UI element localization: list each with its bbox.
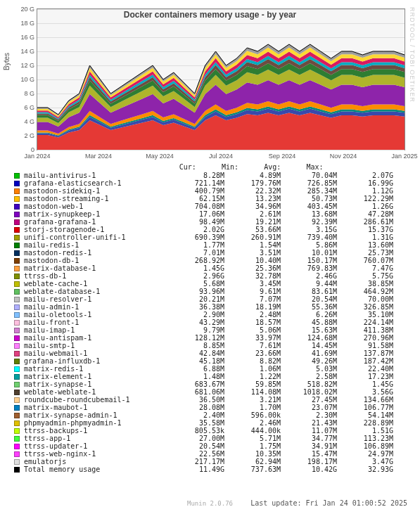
legend-row: mailu-imap-19.79M5.06M15.63M411.38M — [14, 326, 408, 334]
legend-row: ttrss-updater-120.54M1.75M34.91M106.89M — [14, 442, 408, 450]
legend-max: 47.28M — [337, 210, 393, 218]
legend-max: 1.51G — [337, 427, 393, 435]
legend-name: matrix-element-1 — [24, 373, 168, 380]
legend-swatch — [14, 428, 20, 434]
munin-chart-container: RRDTOOL / TOBI OETIKER Bytes Docker cont… — [0, 0, 420, 514]
legend-name: mastodon-sidekiq-1 — [24, 187, 168, 195]
legend-min: 18.19M — [224, 303, 281, 311]
legend-avg: 3.15G — [281, 226, 337, 233]
y-tick: 16 G — [16, 34, 34, 41]
legend-max: 270.96M — [337, 334, 393, 342]
legend-row: mastodon-sidekiq-1400.79M22.32M285.34M1.… — [14, 187, 408, 195]
chart-plot-area: 0 2 G4 G6 G8 G10 G12 G14 G16 G18 G20 G J… — [37, 8, 405, 150]
legend-name: mailu-webmail-1 — [24, 349, 168, 357]
legend-name: matrix-synapse-admin-1 — [24, 411, 168, 419]
legend-avg: 9.44M — [281, 280, 337, 288]
legend-avg: 6.26M — [281, 311, 337, 319]
legend-swatch — [14, 459, 20, 465]
y-tick: 6 G — [16, 104, 34, 111]
legend-name: mailu-antispam-1 — [24, 334, 168, 342]
legend-max: 411.38M — [337, 326, 393, 334]
legend-swatch — [14, 173, 20, 179]
legend-swatch — [14, 243, 20, 248]
legend-name: mailu-smtp-1 — [24, 342, 168, 349]
legend-cur: 217.17M — [168, 458, 224, 465]
rrdtool-watermark: RRDTOOL / TOBI OETIKER — [409, 7, 416, 103]
legend-swatch — [14, 266, 20, 271]
legend-row: emulatorjs217.17M62.94M198.17M3.47G — [14, 458, 408, 465]
legend-swatch — [14, 196, 20, 202]
legend-min: 32.78M — [224, 272, 281, 280]
legend-name: mailu-imap-1 — [24, 326, 168, 334]
legend-min: 737.63M — [224, 465, 281, 473]
legend-name: mailu-redis-1 — [24, 241, 168, 249]
legend-header: Cur: Min: Avg: Max: — [14, 163, 408, 171]
legend-min: 1.06M — [224, 365, 281, 373]
legend-max: 24.97M — [337, 450, 393, 458]
legend-min: 114.08M — [224, 388, 281, 396]
legend-avg: 15.47M — [281, 450, 337, 458]
legend-row: storj-storagenode-12.02G53.66M3.15G15.37… — [14, 226, 408, 233]
legend-name: emulatorjs — [24, 458, 168, 465]
legend-name: ttrss-web-nginx-1 — [24, 450, 168, 458]
legend-max: 106.77M — [337, 404, 393, 411]
legend-avg: 20.54M — [281, 295, 337, 303]
legend-swatch — [14, 397, 20, 403]
legend-row: matrix-redis-16.88M1.06M5.03M22.40M — [14, 365, 408, 373]
legend-max: 5.75G — [337, 272, 393, 280]
legend-name: matrix-synapse-1 — [24, 380, 168, 388]
legend-cur: 683.67M — [168, 380, 224, 388]
legend-row: mailu-antivirus-18.28M4.89M70.04M2.07G — [14, 172, 408, 179]
legend-min: 22.32M — [224, 187, 281, 195]
legend-cur: 400.79M — [168, 187, 224, 195]
legend-swatch — [14, 405, 20, 411]
legend-max: 187.42M — [337, 357, 393, 365]
x-tick: Jul 2024 — [209, 153, 233, 160]
legend-avg: 2.46G — [281, 272, 337, 280]
legend-swatch — [14, 304, 20, 310]
legend-row: mailu-oletools-12.90M2.48M6.26M35.10M — [14, 311, 408, 319]
legend-max: 137.87M — [337, 349, 393, 357]
legend-cur: 93.96M — [168, 288, 224, 295]
last-update: Last update: Fri Jan 24 01:00:52 2025 — [250, 499, 407, 507]
legend-avg: 49.26M — [281, 357, 337, 365]
legend-name: matrix-synupkeep-1 — [24, 210, 168, 218]
legend-min: 33.97M — [224, 334, 281, 342]
legend-name: mailu-front-1 — [24, 319, 168, 326]
x-tick: Mar 2024 — [85, 153, 112, 160]
legend-max: 16.99G — [337, 179, 393, 187]
legend-min: 25.36M — [224, 264, 281, 272]
legend-name: mailu-admin-1 — [24, 303, 168, 311]
legend-max: 70.00M — [337, 295, 393, 303]
legend-row: mailu-antispam-1128.12M33.97M124.68M270.… — [14, 334, 408, 342]
legend-row: mailu-resolver-120.21M7.07M20.54M70.00M — [14, 295, 408, 303]
legend-cur: 20.54M — [168, 442, 224, 450]
legend-swatch — [14, 258, 20, 264]
legend-min: 10.40M — [224, 257, 281, 264]
legend-avg: 11.07M — [281, 427, 337, 435]
legend-name: matrix-maubot-1 — [24, 404, 168, 411]
legend-swatch — [14, 467, 20, 473]
legend-avg: 5.03M — [281, 365, 337, 373]
legend-cur: 36.50M — [168, 396, 224, 404]
legend-max: 91.58M — [337, 342, 393, 349]
legend-avg: 10.01M — [281, 249, 337, 257]
legend-min: 4.89M — [224, 172, 281, 179]
legend-row: ttrss-db-12.96G32.78M2.46G5.75G — [14, 272, 408, 280]
legend-max: 122.29M — [337, 195, 393, 203]
y-axis-label: Bytes — [3, 53, 11, 70]
legend-swatch — [14, 320, 20, 326]
legend-row: mastodon-redis-17.01M3.51M10.01M25.73M — [14, 249, 408, 257]
legend-swatch — [14, 374, 20, 380]
legend-swatch — [14, 366, 20, 372]
legend-name: ttrss-updater-1 — [24, 442, 168, 450]
legend-max: 15.37G — [337, 226, 393, 233]
legend-swatch — [14, 343, 20, 349]
legend-min: 7.07M — [224, 295, 281, 303]
legend-max: 760.07M — [337, 257, 393, 264]
legend-avg: 14.45M — [281, 342, 337, 349]
legend-swatch — [14, 274, 20, 279]
legend-min: 1.70M — [224, 404, 281, 411]
legend-swatch — [14, 235, 20, 240]
legend-max: 3.47G — [337, 458, 393, 465]
